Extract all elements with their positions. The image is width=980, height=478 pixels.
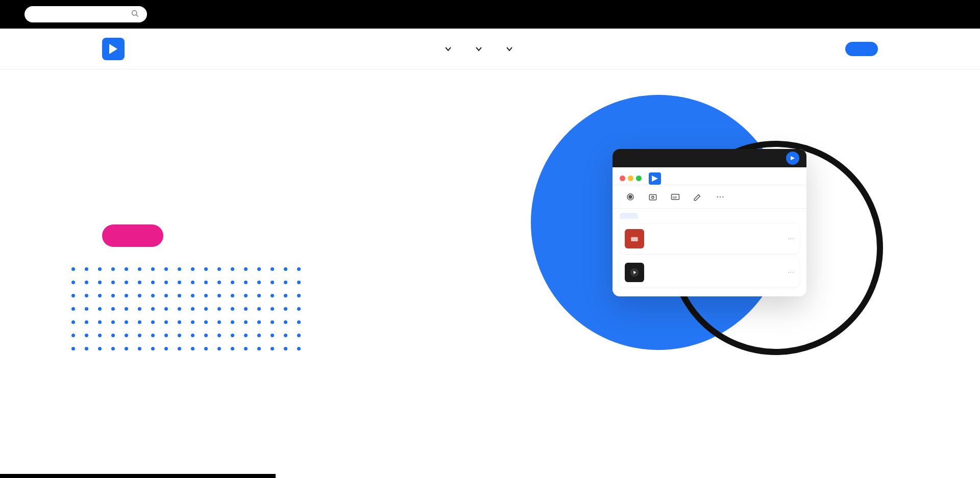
dot: [111, 334, 115, 337]
dot: [85, 267, 88, 271]
dot: [178, 320, 181, 324]
main-nav: [0, 29, 980, 69]
svg-point-11: [717, 196, 718, 197]
search-input[interactable]: [33, 10, 127, 19]
dot: [85, 281, 88, 284]
dot-grid-decoration: // Generate dots const grid = document.q…: [71, 267, 305, 355]
dot: [257, 320, 261, 324]
toolbar-gif[interactable]: GIF: [665, 190, 686, 205]
dot: [125, 334, 128, 337]
window-control-button: [786, 152, 799, 165]
nav-use-cases[interactable]: [472, 45, 482, 53]
dot: [98, 334, 102, 337]
file-thumbnail-video: [625, 263, 644, 282]
file-more-icon-1[interactable]: ···: [788, 234, 794, 243]
dot: [71, 267, 75, 271]
tab-collections[interactable]: [638, 213, 656, 219]
dot: [138, 334, 141, 337]
dot: [151, 294, 155, 297]
svg-point-0: [132, 11, 137, 15]
toolbar-more[interactable]: [709, 190, 731, 205]
dot: [85, 347, 88, 350]
dot: [217, 347, 221, 350]
dot: [231, 334, 234, 337]
dot: [178, 307, 181, 311]
dot: [98, 281, 102, 284]
dot: [125, 347, 128, 350]
toolbar-record[interactable]: [620, 190, 641, 205]
dot: [71, 334, 75, 337]
window-titlebar: [612, 149, 806, 167]
dot: [164, 267, 168, 271]
search-icon: [131, 9, 139, 19]
app-window-mockup: GIF: [612, 149, 806, 296]
dot: [71, 307, 75, 311]
nav-product[interactable]: [442, 45, 452, 53]
dot: [297, 281, 301, 284]
dot: [85, 320, 88, 324]
dot: [271, 294, 274, 297]
file-item-1: ···: [620, 224, 799, 254]
dot: [138, 347, 141, 350]
dot: [178, 334, 181, 337]
toolbar-annotate[interactable]: [687, 190, 708, 205]
toolbar-capture[interactable]: [642, 190, 664, 205]
dot: [257, 334, 261, 337]
dot: [257, 281, 261, 284]
dot: [271, 307, 274, 311]
dot: [111, 281, 115, 284]
dot: [257, 267, 261, 271]
app-inner-header: [612, 167, 806, 185]
dot: [191, 267, 194, 271]
dot: [204, 281, 208, 284]
dot: [231, 320, 234, 324]
dot: [271, 347, 274, 350]
dot: [297, 307, 301, 311]
dot: [138, 267, 141, 271]
svg-line-1: [136, 15, 138, 17]
dot: [284, 320, 287, 324]
hero-illustration: GIF: [490, 110, 878, 335]
dot: [111, 294, 115, 297]
tab-files[interactable]: [620, 213, 638, 219]
dot: [204, 347, 208, 350]
logo-area: [102, 38, 130, 60]
dot: [111, 347, 115, 350]
dot: [244, 320, 248, 324]
search-box[interactable]: [24, 6, 147, 22]
dot: [297, 294, 301, 297]
signup-button[interactable]: [845, 42, 878, 56]
dot: [231, 281, 234, 284]
app-toolbar: GIF: [612, 185, 806, 209]
dot: [231, 294, 234, 297]
file-thumbnail-image: [625, 229, 644, 248]
dot: [204, 320, 208, 324]
tab-favorites[interactable]: [656, 213, 675, 219]
dot: [217, 334, 221, 337]
chevron-down-icon: [445, 45, 452, 53]
dot: [231, 267, 234, 271]
dot: [191, 334, 194, 337]
svg-rect-15: [631, 237, 638, 241]
dot: [111, 267, 115, 271]
dot: [244, 281, 248, 284]
dot: [257, 294, 261, 297]
dot: [231, 347, 234, 350]
svg-point-6: [629, 195, 632, 198]
file-list: ··· ···: [612, 219, 806, 296]
dot: [151, 307, 155, 311]
minimize-button-yellow: [628, 175, 633, 181]
file-more-icon-2[interactable]: ···: [788, 268, 794, 277]
dot: [191, 307, 194, 311]
dot: [244, 307, 248, 311]
dot: [98, 320, 102, 324]
hero-left: [102, 198, 449, 247]
nav-resources[interactable]: [503, 45, 513, 53]
dot: [164, 320, 168, 324]
dot: [98, 267, 102, 271]
try-it-now-button[interactable]: [102, 224, 163, 247]
dot: [98, 347, 102, 350]
svg-point-8: [652, 196, 654, 198]
dot: [125, 307, 128, 311]
dot: [164, 334, 168, 337]
